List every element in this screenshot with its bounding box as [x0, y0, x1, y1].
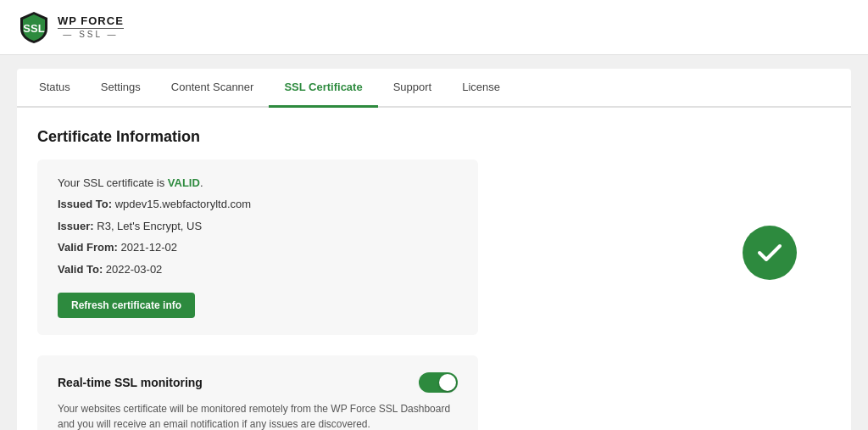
monitoring-section: Real-time SSL monitoring Your websites c… [37, 355, 478, 430]
cert-issuer-val: R3, Let's Encrypt, US [97, 220, 202, 232]
svg-text:SSL: SSL [23, 22, 44, 35]
tab-content-scanner[interactable]: Content Scanner [156, 69, 270, 108]
cert-issuer: Issuer: R3, Let's Encrypt, US [58, 218, 458, 235]
cert-status-prefix: Your SSL certificate is [58, 176, 168, 189]
certificate-section: Certificate Information Your SSL certifi… [37, 128, 831, 335]
cert-issuer-label: Issuer: [58, 220, 94, 232]
cert-issued-to: Issued To: wpdev15.webfactoryltd.com [58, 196, 458, 213]
content-panel: Certificate Information Your SSL certifi… [17, 108, 851, 430]
logo-icon: SSL [17, 10, 51, 44]
monitoring-header: Real-time SSL monitoring [58, 372, 458, 393]
tab-status[interactable]: Status [24, 69, 86, 108]
logo: SSL WP FORCE — SSL — [17, 10, 124, 44]
monitoring-description: Your websites certificate will be monito… [58, 401, 458, 430]
logo-ssl-label: — SSL — [58, 28, 124, 39]
tab-license[interactable]: License [447, 69, 515, 108]
toggle-track [419, 372, 458, 393]
cert-valid-to: Valid To: 2022-03-02 [58, 261, 458, 278]
cert-valid-text: Your SSL certificate is VALID. [58, 176, 458, 189]
monitoring-toggle[interactable] [419, 372, 458, 393]
tab-support[interactable]: Support [378, 69, 448, 108]
cert-valid-to-label: Valid To: [58, 263, 103, 276]
toggle-knob [439, 374, 456, 391]
refresh-certificate-button[interactable]: Refresh certificate info [58, 293, 195, 318]
section-title: Certificate Information [37, 128, 831, 146]
logo-text: WP FORCE — SSL — [58, 15, 124, 39]
cert-issued-to-val: wpdev15.webfactoryltd.com [115, 198, 251, 210]
cert-issued-to-label: Issued To: [58, 198, 112, 210]
checkmark-svg [754, 237, 785, 268]
cert-status-period: . [200, 176, 203, 189]
cert-valid-icon [743, 226, 797, 280]
logo-wp-label: WP FORCE [58, 15, 124, 26]
header: SSL WP FORCE — SSL — [0, 0, 868, 55]
monitoring-title: Real-time SSL monitoring [58, 376, 203, 389]
main-wrapper: Status Settings Content Scanner SSL Cert… [0, 55, 868, 430]
cert-valid-from: Valid From: 2021-12-02 [58, 239, 458, 256]
cert-valid-from-val: 2021-12-02 [120, 241, 177, 254]
cert-valid-word: VALID [168, 176, 200, 189]
cert-card: Your SSL certificate is VALID. Issued To… [37, 159, 478, 335]
tabs-container: Status Settings Content Scanner SSL Cert… [17, 69, 851, 108]
cert-valid-to-val: 2022-03-02 [106, 263, 163, 276]
cert-valid-from-label: Valid From: [58, 241, 118, 254]
tab-settings[interactable]: Settings [86, 69, 156, 108]
tab-ssl-certificate[interactable]: SSL Certificate [269, 69, 377, 108]
